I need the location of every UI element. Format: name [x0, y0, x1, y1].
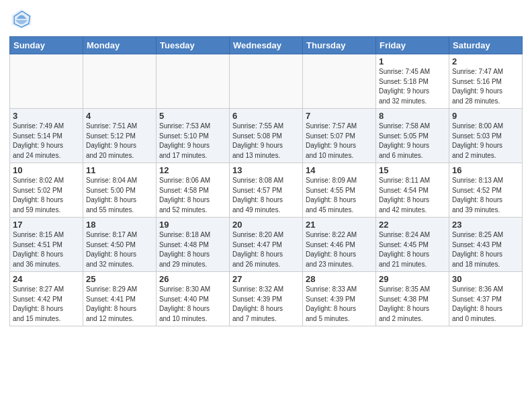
day-info: Sunrise: 8:13 AM Sunset: 4:52 PM Dayligh…: [452, 176, 519, 215]
calendar-week-3: 10Sunrise: 8:02 AM Sunset: 5:02 PM Dayli…: [10, 163, 523, 218]
calendar-cell: 24Sunrise: 8:27 AM Sunset: 4:42 PM Dayli…: [10, 272, 83, 326]
calendar-cell: 15Sunrise: 8:11 AM Sunset: 4:54 PM Dayli…: [376, 163, 449, 218]
day-number: 18: [86, 220, 153, 230]
day-info: Sunrise: 7:49 AM Sunset: 5:14 PM Dayligh…: [13, 122, 80, 161]
day-number: 2: [452, 56, 519, 66]
calendar-cell: 16Sunrise: 8:13 AM Sunset: 4:52 PM Dayli…: [449, 163, 523, 218]
calendar-cell: 22Sunrise: 8:24 AM Sunset: 4:45 PM Dayli…: [376, 218, 449, 272]
day-info: Sunrise: 7:58 AM Sunset: 5:05 PM Dayligh…: [379, 122, 446, 161]
calendar-week-2: 3Sunrise: 7:49 AM Sunset: 5:14 PM Daylig…: [10, 109, 523, 163]
calendar-week-5: 24Sunrise: 8:27 AM Sunset: 4:42 PM Dayli…: [10, 272, 523, 326]
day-info: Sunrise: 7:57 AM Sunset: 5:07 PM Dayligh…: [306, 122, 373, 161]
day-number: 23: [452, 220, 519, 230]
day-header-monday: Monday: [83, 37, 157, 54]
day-number: 19: [159, 220, 226, 230]
calendar-week-1: 1Sunrise: 7:45 AM Sunset: 5:18 PM Daylig…: [10, 54, 523, 109]
calendar-header-row: SundayMondayTuesdayWednesdayThursdayFrid…: [10, 37, 523, 54]
calendar-cell: 6Sunrise: 7:55 AM Sunset: 5:08 PM Daylig…: [230, 109, 303, 163]
day-number: 21: [306, 220, 373, 230]
calendar-cell: 27Sunrise: 8:32 AM Sunset: 4:39 PM Dayli…: [230, 272, 303, 326]
day-info: Sunrise: 7:51 AM Sunset: 5:12 PM Dayligh…: [86, 122, 153, 161]
day-header-wednesday: Wednesday: [230, 37, 303, 54]
day-info: Sunrise: 8:08 AM Sunset: 4:57 PM Dayligh…: [232, 176, 300, 215]
day-info: Sunrise: 8:18 AM Sunset: 4:48 PM Dayligh…: [159, 230, 226, 269]
day-number: 4: [86, 111, 153, 121]
day-number: 16: [452, 165, 519, 175]
day-info: Sunrise: 7:55 AM Sunset: 5:08 PM Dayligh…: [232, 122, 300, 161]
calendar-cell: [10, 54, 83, 109]
day-info: Sunrise: 8:09 AM Sunset: 4:55 PM Dayligh…: [306, 176, 373, 215]
day-info: Sunrise: 8:32 AM Sunset: 4:39 PM Dayligh…: [232, 285, 300, 324]
day-info: Sunrise: 8:27 AM Sunset: 4:42 PM Dayligh…: [13, 285, 80, 324]
day-info: Sunrise: 7:45 AM Sunset: 5:18 PM Dayligh…: [379, 67, 446, 106]
logo-icon: [9, 7, 34, 31]
day-number: 10: [13, 165, 80, 175]
day-info: Sunrise: 8:20 AM Sunset: 4:47 PM Dayligh…: [232, 230, 300, 269]
day-info: Sunrise: 8:00 AM Sunset: 5:03 PM Dayligh…: [452, 122, 519, 161]
calendar-cell: 29Sunrise: 8:35 AM Sunset: 4:38 PM Dayli…: [376, 272, 449, 326]
calendar-cell: 3Sunrise: 7:49 AM Sunset: 5:14 PM Daylig…: [10, 109, 83, 163]
day-number: 27: [232, 274, 300, 284]
calendar-cell: 1Sunrise: 7:45 AM Sunset: 5:18 PM Daylig…: [376, 54, 449, 109]
day-number: 5: [159, 111, 226, 121]
calendar-cell: 18Sunrise: 8:17 AM Sunset: 4:50 PM Dayli…: [83, 218, 157, 272]
day-info: Sunrise: 8:30 AM Sunset: 4:40 PM Dayligh…: [159, 285, 226, 324]
calendar-cell: 19Sunrise: 8:18 AM Sunset: 4:48 PM Dayli…: [157, 218, 230, 272]
calendar-cell: 20Sunrise: 8:20 AM Sunset: 4:47 PM Dayli…: [230, 218, 303, 272]
day-info: Sunrise: 8:02 AM Sunset: 5:02 PM Dayligh…: [13, 176, 80, 215]
day-info: Sunrise: 7:47 AM Sunset: 5:16 PM Dayligh…: [452, 67, 519, 106]
day-header-tuesday: Tuesday: [157, 37, 230, 54]
day-number: 28: [306, 274, 373, 284]
day-number: 14: [306, 165, 373, 175]
calendar-cell: 7Sunrise: 7:57 AM Sunset: 5:07 PM Daylig…: [303, 109, 376, 163]
calendar-week-4: 17Sunrise: 8:15 AM Sunset: 4:51 PM Dayli…: [10, 218, 523, 272]
day-number: 13: [232, 165, 300, 175]
logo: [9, 7, 35, 31]
day-number: 8: [379, 111, 446, 121]
calendar-cell: 25Sunrise: 8:29 AM Sunset: 4:41 PM Dayli…: [83, 272, 157, 326]
calendar-cell: 21Sunrise: 8:22 AM Sunset: 4:46 PM Dayli…: [303, 218, 376, 272]
day-number: 11: [86, 165, 153, 175]
calendar-cell: 9Sunrise: 8:00 AM Sunset: 5:03 PM Daylig…: [449, 109, 523, 163]
day-info: Sunrise: 8:35 AM Sunset: 4:38 PM Dayligh…: [379, 285, 446, 324]
day-info: Sunrise: 8:06 AM Sunset: 4:58 PM Dayligh…: [159, 176, 226, 215]
calendar-table: SundayMondayTuesdayWednesdayThursdayFrid…: [9, 36, 523, 326]
day-number: 29: [379, 274, 446, 284]
day-number: 20: [232, 220, 300, 230]
page-container: SundayMondayTuesdayWednesdayThursdayFrid…: [0, 0, 532, 330]
day-number: 3: [13, 111, 80, 121]
calendar-cell: 30Sunrise: 8:36 AM Sunset: 4:37 PM Dayli…: [449, 272, 523, 326]
day-number: 6: [232, 111, 300, 121]
calendar-cell: 23Sunrise: 8:25 AM Sunset: 4:43 PM Dayli…: [449, 218, 523, 272]
day-number: 26: [159, 274, 226, 284]
day-header-thursday: Thursday: [303, 37, 376, 54]
day-info: Sunrise: 8:17 AM Sunset: 4:50 PM Dayligh…: [86, 230, 153, 269]
day-info: Sunrise: 8:22 AM Sunset: 4:46 PM Dayligh…: [306, 230, 373, 269]
day-info: Sunrise: 8:29 AM Sunset: 4:41 PM Dayligh…: [86, 285, 153, 324]
day-number: 15: [379, 165, 446, 175]
day-info: Sunrise: 8:36 AM Sunset: 4:37 PM Dayligh…: [452, 285, 519, 324]
header: [9, 7, 523, 31]
day-number: 24: [13, 274, 80, 284]
day-number: 30: [452, 274, 519, 284]
day-header-sunday: Sunday: [10, 37, 83, 54]
calendar-cell: 2Sunrise: 7:47 AM Sunset: 5:16 PM Daylig…: [449, 54, 523, 109]
day-number: 7: [306, 111, 373, 121]
day-info: Sunrise: 8:25 AM Sunset: 4:43 PM Dayligh…: [452, 230, 519, 269]
calendar-cell: 12Sunrise: 8:06 AM Sunset: 4:58 PM Dayli…: [157, 163, 230, 218]
calendar-cell: 11Sunrise: 8:04 AM Sunset: 5:00 PM Dayli…: [83, 163, 157, 218]
day-info: Sunrise: 8:33 AM Sunset: 4:39 PM Dayligh…: [306, 285, 373, 324]
calendar-cell: [303, 54, 376, 109]
calendar-cell: 17Sunrise: 8:15 AM Sunset: 4:51 PM Dayli…: [10, 218, 83, 272]
calendar-cell: [230, 54, 303, 109]
day-info: Sunrise: 8:04 AM Sunset: 5:00 PM Dayligh…: [86, 176, 153, 215]
day-number: 22: [379, 220, 446, 230]
day-info: Sunrise: 8:11 AM Sunset: 4:54 PM Dayligh…: [379, 176, 446, 215]
day-info: Sunrise: 8:24 AM Sunset: 4:45 PM Dayligh…: [379, 230, 446, 269]
day-header-saturday: Saturday: [449, 37, 523, 54]
day-info: Sunrise: 7:53 AM Sunset: 5:10 PM Dayligh…: [159, 122, 226, 161]
day-number: 25: [86, 274, 153, 284]
day-number: 1: [379, 56, 446, 66]
day-number: 9: [452, 111, 519, 121]
calendar-cell: 4Sunrise: 7:51 AM Sunset: 5:12 PM Daylig…: [83, 109, 157, 163]
